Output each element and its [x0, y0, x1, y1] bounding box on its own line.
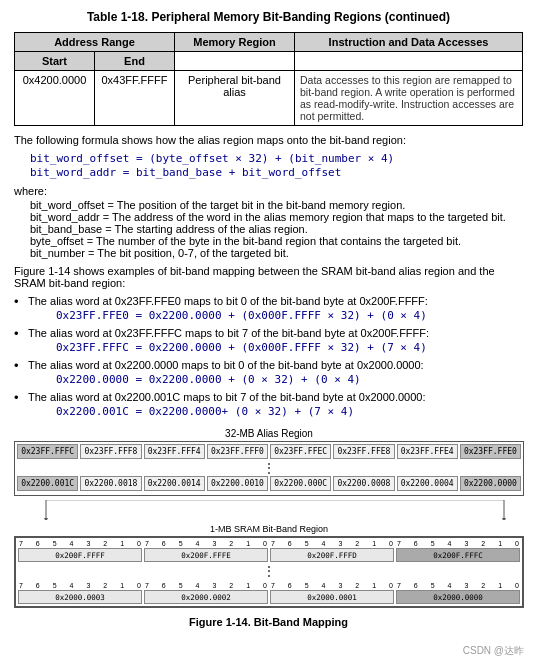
bits-cell-t2: 76543210: [270, 540, 394, 547]
bullet-text-3: The alias word at 0x2200.0000 maps to bi…: [28, 359, 424, 371]
addr-end: 0x43FF.FFFF: [95, 71, 175, 126]
sram-top-band: 76543210 76543210 76543210 76543210 0x20…: [18, 540, 520, 562]
end-header: End: [95, 52, 175, 71]
def-3: bit_band_base = The starting address of …: [30, 223, 523, 235]
start-header: Start: [15, 52, 95, 71]
alias-cell-6: 0x23FF.FFE4: [397, 444, 458, 459]
bullet-dot-4: •: [14, 391, 28, 420]
sram-bot-band: 76543210 76543210 76543210 76543210 0x20…: [18, 582, 520, 604]
bullet-dot-2: •: [14, 327, 28, 356]
def-4: byte_offset = The number of the byte in …: [30, 235, 523, 247]
sram-bot-cells: 0x2000.0003 0x2000.0002 0x2000.0001 0x20…: [18, 590, 520, 604]
alias-cell-4: 0x23FF.FFEC: [270, 444, 331, 459]
sram-bot-1: 0x2000.0002: [144, 590, 268, 604]
instr-header: Instruction and Data Accesses: [295, 33, 523, 52]
bits-cell-t0: 76543210: [18, 540, 142, 547]
diagram: 32-MB Alias Region 0x23FF.FFFC 0x23FF.FF…: [14, 428, 524, 608]
alias-bot-cell-3: 0x2200.0010: [207, 476, 268, 491]
bullet-sub-3: 0x2200.0000 = 0x2200.0000 + (0 × 32) + (…: [56, 373, 523, 386]
sram-top-1: 0x200F.FFFE: [144, 548, 268, 562]
mem-region-header: Memory Region: [175, 33, 295, 52]
bullets-list: • The alias word at 0x23FF.FFE0 maps to …: [14, 295, 523, 420]
sram-bot-2: 0x2000.0001: [270, 590, 394, 604]
bullet-text-2: The alias word at 0x23FF.FFFC maps to bi…: [28, 327, 429, 339]
bits-cell-b2: 76543210: [270, 582, 394, 589]
formula-intro: The following formula shows how the alia…: [14, 134, 523, 146]
alias-cell-0: 0x23FF.FFFC: [17, 444, 78, 459]
watermark: CSDN @达昨: [460, 643, 527, 659]
alias-bot-cell-4: 0x2200.000C: [270, 476, 331, 491]
sram-region-box: 76543210 76543210 76543210 76543210 0x20…: [14, 536, 524, 608]
addr-start: 0x4200.0000: [15, 71, 95, 126]
bullet-2: • The alias word at 0x23FF.FFFC maps to …: [14, 327, 523, 356]
def-5: bit_number = The bit position, 0-7, of t…: [30, 247, 523, 259]
bullet-text-4: The alias word at 0x2200.001C maps to bi…: [28, 391, 425, 403]
main-table: Address Range Memory Region Instruction …: [14, 32, 523, 126]
definitions-block: bit_word_offset = The position of the ta…: [30, 199, 523, 259]
figure-caption: Figure 1-14. Bit-Band Mapping: [14, 616, 523, 628]
alias-cell-2: 0x23FF.FFF4: [144, 444, 205, 459]
bullet-sub-1: 0x23FF.FFE0 = 0x2200.0000 + (0x000F.FFFF…: [56, 309, 523, 322]
sram-bot-3: 0x2000.0000: [396, 590, 520, 604]
alias-cell-5: 0x23FF.FFE8: [333, 444, 394, 459]
def-2: bit_word_addr = The address of the word …: [30, 211, 523, 223]
alias-region-label: 32-MB Alias Region: [14, 428, 524, 439]
sram-region-label: 1-MB SRAM Bit-Band Region: [14, 524, 524, 534]
def-1: bit_word_offset = The position of the ta…: [30, 199, 523, 211]
alias-cell-1: 0x23FF.FFF8: [80, 444, 141, 459]
alias-bot-cell-6: 0x2200.0004: [397, 476, 458, 491]
bullet-3: • The alias word at 0x2200.0000 maps to …: [14, 359, 523, 388]
alias-cell-3: 0x23FF.FFF0: [207, 444, 268, 459]
sram-dots: ⋮: [18, 564, 520, 578]
alias-region-box: 0x23FF.FFFC 0x23FF.FFF8 0x23FF.FFF4 0x23…: [14, 441, 524, 496]
mem-region: Peripheral bit-band alias: [175, 71, 295, 126]
bullet-4: • The alias word at 0x2200.001C maps to …: [14, 391, 523, 420]
bits-cell-b0: 76543210: [18, 582, 142, 589]
sram-bot-0: 0x2000.0003: [18, 590, 142, 604]
formula-line-2: bit_word_addr = bit_band_base + bit_word…: [30, 166, 523, 179]
alias-bot-cell-1: 0x2200.0018: [80, 476, 141, 491]
instr-access: Data accesses to this region are remappe…: [295, 71, 523, 126]
alias-dots: ⋮: [17, 461, 521, 475]
sram-top-3: 0x200F.FFFC: [396, 548, 520, 562]
connecting-arrows: [14, 500, 524, 520]
alias-bot-cell-0: 0x2200.001C: [17, 476, 78, 491]
bullet-sub-4: 0x2200.001C = 0x2200.0000+ (0 × 32) + (7…: [56, 405, 523, 418]
bullet-sub-2: 0x23FF.FFFC = 0x2200.0000 + (0x000F.FFFF…: [56, 341, 523, 354]
page-title: Table 1-18. Peripheral Memory Bit-Bandin…: [14, 10, 523, 24]
alias-cell-7: 0x23FF.FFE0: [460, 444, 521, 459]
bit-nums-bot: 76543210 76543210 76543210 76543210: [18, 582, 520, 589]
bits-cell-t3: 76543210: [396, 540, 520, 547]
bullet-dot-3: •: [14, 359, 28, 388]
where-label: where:: [14, 185, 523, 197]
alias-bot-cell-7: 0x2200.0000: [460, 476, 521, 491]
bits-cell-b3: 76543210: [396, 582, 520, 589]
alias-top-row: 0x23FF.FFFC 0x23FF.FFF8 0x23FF.FFF4 0x23…: [17, 444, 521, 459]
sram-top-2: 0x200F.FFFD: [270, 548, 394, 562]
formula-line-1: bit_word_offset = (byte_offset × 32) + (…: [30, 152, 523, 165]
bullet-text-1: The alias word at 0x23FF.FFE0 maps to bi…: [28, 295, 428, 307]
alias-bot-cell-2: 0x2200.0014: [144, 476, 205, 491]
sram-top-0: 0x200F.FFFF: [18, 548, 142, 562]
formula-block: bit_word_offset = (byte_offset × 32) + (…: [30, 152, 523, 179]
addr-range-header: Address Range: [15, 33, 175, 52]
alias-bot-cell-5: 0x2200.0008: [333, 476, 394, 491]
figure-ref: Figure 1-14 shows examples of bit-band m…: [14, 265, 523, 289]
bullet-dot-1: •: [14, 295, 28, 324]
alias-bot-row: 0x2200.001C 0x2200.0018 0x2200.0014 0x22…: [17, 476, 521, 491]
bits-cell-t1: 76543210: [144, 540, 268, 547]
bullet-1: • The alias word at 0x23FF.FFE0 maps to …: [14, 295, 523, 324]
bit-nums-top: 76543210 76543210 76543210 76543210: [18, 540, 520, 547]
bits-cell-b1: 76543210: [144, 582, 268, 589]
sram-top-cells: 0x200F.FFFF 0x200F.FFFE 0x200F.FFFD 0x20…: [18, 548, 520, 562]
